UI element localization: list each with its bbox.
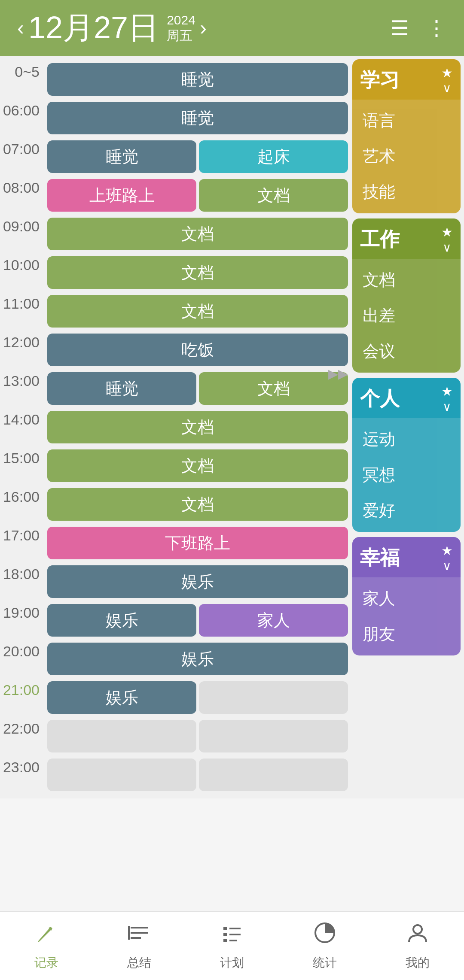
activity-block-doc[interactable]: 文档 bbox=[47, 218, 348, 250]
activity-block-sleep[interactable]: 睡觉 bbox=[47, 63, 348, 96]
nav-label-summary: 总结 bbox=[127, 955, 151, 971]
scroll-arrow[interactable]: ▶▶ bbox=[328, 366, 348, 381]
category-header-personal[interactable]: 个人★∨ bbox=[352, 378, 461, 418]
time-label: 22:00 bbox=[0, 717, 47, 737]
time-blocks: 文档 bbox=[47, 409, 352, 446]
activity-block-doc[interactable]: 文档 bbox=[199, 372, 348, 405]
category-item[interactable]: 语言 bbox=[352, 103, 461, 139]
time-blocks: 睡觉 bbox=[47, 61, 352, 98]
nav-label-plan: 计划 bbox=[220, 955, 244, 971]
nav-item-summary[interactable]: 总结 bbox=[127, 921, 151, 971]
activity-block-eat[interactable]: 吃饭 bbox=[47, 334, 348, 366]
star-icon[interactable]: ★ bbox=[441, 65, 453, 80]
category-item[interactable]: 出差 bbox=[352, 298, 461, 334]
time-blocks: 上班路上文档 bbox=[47, 177, 352, 214]
star-icon[interactable]: ★ bbox=[441, 384, 453, 399]
timeline: 0~5睡觉06:00睡觉07:00睡觉起床08:00上班路上文档09:00文档1… bbox=[0, 56, 352, 798]
category-title-personal: 个人 bbox=[360, 385, 400, 412]
activity-block-empty[interactable] bbox=[199, 681, 348, 714]
category-item[interactable]: 家人 bbox=[352, 581, 461, 616]
activity-block-sleep[interactable]: 睡觉 bbox=[47, 372, 196, 405]
activity-block-entertainment[interactable]: 娱乐 bbox=[47, 604, 196, 637]
date-display: 12月27日 bbox=[28, 7, 159, 49]
activity-block-sleep[interactable]: 睡觉 bbox=[47, 102, 348, 134]
activity-block-entertainment[interactable]: 娱乐 bbox=[47, 681, 196, 714]
category-item[interactable]: 技能 bbox=[352, 174, 461, 210]
stats-icon bbox=[313, 921, 337, 950]
nav-item-mine[interactable]: 我的 bbox=[406, 921, 430, 971]
mine-icon bbox=[406, 921, 430, 950]
activity-block-sleep[interactable]: 睡觉 bbox=[47, 140, 196, 173]
activity-block-commute[interactable]: 下班路上 bbox=[47, 527, 348, 559]
time-label: 18:00 bbox=[0, 562, 47, 583]
svg-rect-5 bbox=[223, 927, 227, 930]
category-items-happy: 家人朋友 bbox=[352, 577, 461, 655]
more-icon[interactable]: ⋮ bbox=[426, 16, 447, 40]
activity-block-doc[interactable]: 文档 bbox=[47, 411, 348, 443]
activity-block-entertainment[interactable]: 娱乐 bbox=[47, 643, 348, 675]
activity-block-empty[interactable] bbox=[199, 720, 348, 752]
category-header-work[interactable]: 工作★∨ bbox=[352, 218, 461, 259]
nav-item-plan[interactable]: 计划 bbox=[220, 921, 244, 971]
category-item[interactable]: 艺术 bbox=[352, 139, 461, 174]
activity-block-commute[interactable]: 上班路上 bbox=[47, 179, 196, 212]
activity-block-empty[interactable] bbox=[47, 720, 196, 752]
menu-icon[interactable]: ☰ bbox=[391, 16, 409, 40]
category-header-study[interactable]: 学习★∨ bbox=[352, 59, 461, 100]
time-blocks: 睡觉文档 bbox=[47, 370, 352, 407]
time-row: 10:00文档 bbox=[0, 253, 352, 292]
nav-item-record[interactable]: 记录 bbox=[34, 921, 58, 971]
year-display: 2024 bbox=[167, 12, 195, 28]
time-blocks: 睡觉起床 bbox=[47, 138, 352, 175]
summary-icon bbox=[127, 921, 151, 950]
activity-block-doc[interactable]: 文档 bbox=[47, 256, 348, 289]
time-label: 16:00 bbox=[0, 485, 47, 505]
time-row: 12:00吃饭 bbox=[0, 331, 352, 369]
chevron-down-icon[interactable]: ∨ bbox=[443, 81, 452, 95]
header-date: ‹ 12月27日 2024 周五 › bbox=[17, 7, 207, 49]
time-row: 13:00睡觉文档 bbox=[0, 369, 352, 408]
chevron-down-icon[interactable]: ∨ bbox=[443, 400, 452, 414]
time-label: 0~5 bbox=[0, 60, 47, 80]
nav-item-stats[interactable]: 统计 bbox=[313, 921, 337, 971]
category-title-work: 工作 bbox=[360, 226, 400, 253]
prev-button[interactable]: ‹ bbox=[17, 18, 24, 38]
category-item[interactable]: 朋友 bbox=[352, 616, 461, 652]
activity-block-doc[interactable]: 文档 bbox=[47, 488, 348, 521]
category-header-happy[interactable]: 幸福★∨ bbox=[352, 537, 461, 577]
time-label: 08:00 bbox=[0, 176, 47, 196]
time-blocks: 娱乐 bbox=[47, 563, 352, 600]
category-item[interactable]: 会议 bbox=[352, 334, 461, 369]
next-button[interactable]: › bbox=[200, 18, 207, 38]
activity-block-doc[interactable]: 文档 bbox=[47, 295, 348, 328]
time-row: 15:00文档 bbox=[0, 446, 352, 485]
category-item[interactable]: 运动 bbox=[352, 422, 461, 457]
activity-block-wakeup[interactable]: 起床 bbox=[199, 140, 348, 173]
category-item[interactable]: 文档 bbox=[352, 262, 461, 298]
plan-icon bbox=[220, 921, 244, 950]
activity-block-empty[interactable] bbox=[47, 759, 196, 791]
category-item[interactable]: 冥想 bbox=[352, 457, 461, 493]
star-icon[interactable]: ★ bbox=[441, 225, 453, 240]
activity-block-entertainment[interactable]: 娱乐 bbox=[47, 565, 348, 598]
nav-label-record: 记录 bbox=[34, 955, 58, 971]
sidebar: 学习★∨语言艺术技能工作★∨文档出差会议个人★∨运动冥想爱好幸福★∨家人朋友 bbox=[352, 56, 464, 798]
activity-block-doc[interactable]: 文档 bbox=[199, 179, 348, 212]
time-label: 20:00 bbox=[0, 640, 47, 660]
time-row: 14:00文档 bbox=[0, 408, 352, 446]
category-item[interactable]: 爱好 bbox=[352, 493, 461, 528]
svg-rect-7 bbox=[223, 933, 227, 936]
nav-label-stats: 统计 bbox=[313, 955, 337, 971]
svg-rect-9 bbox=[223, 939, 227, 942]
star-icon[interactable]: ★ bbox=[441, 543, 453, 558]
time-row: 21:00娱乐 bbox=[0, 678, 352, 717]
activity-block-empty[interactable] bbox=[199, 759, 348, 791]
time-blocks bbox=[47, 718, 352, 755]
chevron-down-icon[interactable]: ∨ bbox=[443, 240, 452, 255]
time-blocks: 文档 bbox=[47, 254, 352, 291]
activity-block-doc[interactable]: 文档 bbox=[47, 449, 348, 482]
activity-block-family[interactable]: 家人 bbox=[199, 604, 348, 637]
chevron-down-icon[interactable]: ∨ bbox=[443, 559, 452, 573]
time-label: 10:00 bbox=[0, 253, 47, 273]
time-row: 11:00文档 bbox=[0, 292, 352, 331]
